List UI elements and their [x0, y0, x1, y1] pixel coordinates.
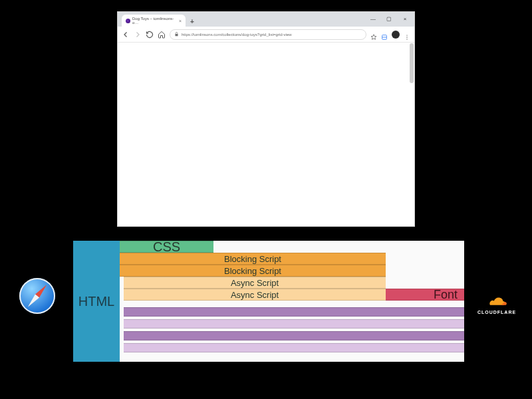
bar-label: Async Script	[231, 278, 279, 288]
extension-icon[interactable]	[381, 31, 388, 38]
bar-blocking-script: Blocking Script	[120, 265, 386, 277]
new-tab-button[interactable]: +	[187, 16, 198, 27]
url-text: https://tomlinsons.com/collections/dog-t…	[182, 33, 292, 37]
svg-point-3	[406, 39, 407, 39]
bar-blocking-script: Blocking Script	[120, 253, 386, 265]
close-window-button[interactable]: ×	[397, 13, 413, 24]
page-viewport	[118, 43, 414, 226]
tab-bar: Dog Toys – tomlinsons-o… × + — ▢ ×	[118, 12, 414, 27]
bar-html: HTML	[73, 241, 120, 362]
home-icon[interactable]	[158, 31, 166, 39]
star-icon[interactable]	[370, 31, 377, 38]
back-icon[interactable]	[122, 31, 130, 39]
bar-font: Font	[386, 289, 464, 301]
bar-image	[124, 343, 464, 352]
cloudflare-icon	[485, 297, 508, 309]
tab-close-icon[interactable]: ×	[179, 19, 182, 23]
bar-label: Blocking Script	[224, 254, 281, 264]
url-input[interactable]: https://tomlinsons.com/collections/dog-t…	[170, 29, 366, 40]
scrollbar-thumb[interactable]	[410, 43, 414, 83]
bar-image	[124, 319, 464, 329]
svg-point-2	[406, 37, 407, 37]
cloudflare-logo: CLOUDFLARE	[471, 297, 523, 315]
cloudflare-wordmark: CLOUDFLARE	[477, 310, 516, 315]
bar-label: Blocking Script	[224, 266, 281, 276]
resource-waterfall-chart: HTML CSS Blocking Script Blocking Script…	[73, 241, 464, 362]
tab-title: Dog Toys – tomlinsons-o…	[132, 17, 177, 25]
safari-browser-icon	[17, 276, 57, 316]
bar-async-script: Async Script	[124, 289, 386, 301]
forward-icon[interactable]	[134, 31, 142, 39]
address-bar: https://tomlinsons.com/collections/dog-t…	[118, 27, 414, 43]
bar-async-script: Async Script	[124, 277, 386, 289]
menu-icon[interactable]	[404, 31, 410, 38]
bar-label: HTML	[78, 294, 114, 309]
browser-tab[interactable]: Dog Toys – tomlinsons-o… ×	[122, 15, 186, 27]
tab-favicon-icon	[126, 19, 130, 23]
bar-label: Async Script	[231, 290, 279, 300]
minimize-button[interactable]: —	[365, 13, 381, 24]
lock-icon	[174, 32, 179, 37]
bar-image	[124, 307, 464, 317]
bar-image	[124, 331, 464, 340]
svg-point-1	[406, 35, 407, 35]
address-bar-actions	[370, 31, 410, 39]
reload-icon[interactable]	[146, 31, 154, 39]
profile-avatar[interactable]	[392, 31, 400, 39]
bar-css: CSS	[120, 241, 213, 253]
window-controls: — ▢ ×	[365, 13, 413, 24]
browser-window: Dog Toys – tomlinsons-o… × + — ▢ × https…	[118, 12, 414, 226]
bar-label: Font	[434, 288, 458, 302]
maximize-button[interactable]: ▢	[381, 13, 397, 24]
